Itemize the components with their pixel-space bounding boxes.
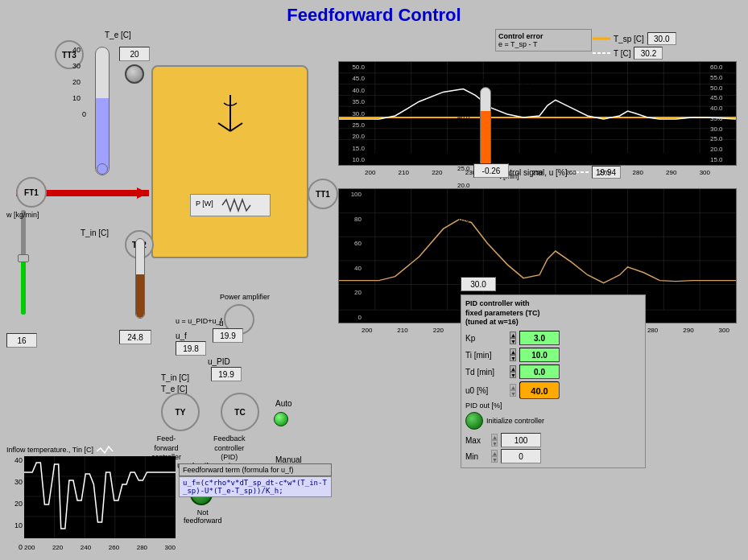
T_in-label: T_in [C] — [81, 229, 109, 237]
thermometer-TT2 — [135, 238, 145, 319]
speed-value-box: 20 — [119, 47, 150, 61]
pid-controller-panel: PID controller withfixed parameters (TC)… — [461, 294, 646, 468]
u-eq-label: u = u_PID+u_f — [176, 317, 222, 325]
u-PID-value: 19.9 — [211, 367, 242, 381]
T-display: T [C] 30.2 — [593, 47, 663, 60]
thermometer-TT3 — [95, 47, 110, 175]
bottom-chart-container: Inflow temperature., Tin [C] 403020100 — [6, 445, 176, 556]
feedback-controller-label: Feedbackcontroller(PID) — [213, 434, 246, 463]
feedback-value-box: 30.0 — [461, 277, 496, 291]
TT1-instrument: TT1 — [308, 179, 338, 209]
setpoint-area: Setpoint, T_sp [C] 50.0 45.0 40.0 35.0 3… — [473, 77, 498, 166]
u-f-value: 19.8 — [176, 341, 206, 356]
u-value-display: 19.9 — [213, 328, 243, 343]
setpoint-value-box[interactable]: -0.26 — [473, 163, 509, 178]
T_in-label2: T_in [C] — [161, 373, 189, 382]
speed-knob[interactable] — [125, 64, 144, 84]
w-slider-area[interactable] — [18, 210, 29, 331]
main-tank: P [W] — [151, 65, 308, 258]
top-right-chart: 50.045.040.035.030.025.020.015.010.0 60.… — [338, 61, 737, 166]
formula-text: u_f=(c*rho*v*dT_sp_dt-c*w*(T_in-T_sp)-U*… — [179, 476, 332, 497]
w-flow-display: 16 — [6, 333, 37, 348]
initialize-controller-btn[interactable]: Initialize controller — [465, 412, 641, 430]
svg-line-2 — [230, 123, 242, 131]
control-error-box: Control error e = T_sp - T — [495, 29, 592, 51]
power-amplifier-label: Power amplifier — [220, 293, 270, 301]
w-slider-handle[interactable] — [18, 254, 29, 262]
u-f-label: u_f — [176, 331, 187, 340]
Tsp-display: T_sp [C] 30.0 — [593, 32, 676, 45]
FT1-instrument: FT1 — [16, 177, 47, 208]
u-PID-label: u_PID — [208, 357, 230, 366]
feedback-label: Feedback — [461, 266, 496, 275]
auto-led[interactable] — [274, 412, 288, 426]
TC-controller: TC — [221, 393, 259, 431]
u-label: u — [219, 319, 224, 327]
page-title: Feedforward Control — [0, 0, 748, 27]
not-feedforward-label: Notfeedforward — [184, 509, 222, 525]
inlet-arrow — [137, 187, 148, 199]
T-in-display: 24.8 — [119, 330, 151, 344]
svg-text:P [W]: P [W] — [196, 200, 213, 208]
auto-label: Auto — [275, 399, 292, 408]
te-label-top: T_e [C] — [105, 31, 131, 39]
formula-box: Feedforward term (formula for u_f) u_f=(… — [179, 463, 332, 497]
svg-line-1 — [218, 123, 230, 131]
TY-controller: TY — [161, 393, 200, 431]
w-label: w [kg/min] — [6, 211, 39, 219]
heater-element: P [W] — [190, 194, 271, 216]
